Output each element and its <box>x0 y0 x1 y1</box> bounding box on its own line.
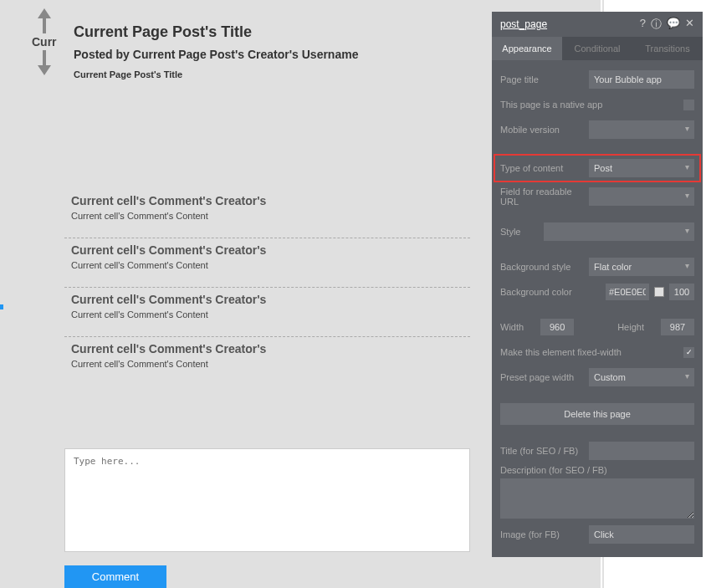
seo-title-input[interactable] <box>589 442 694 460</box>
help-icon[interactable]: ? <box>640 17 646 32</box>
post-small-title[interactable]: Current Page Post's Title <box>74 69 358 79</box>
style-select[interactable] <box>544 222 694 241</box>
native-app-checkbox[interactable] <box>683 100 694 110</box>
bg-style-select[interactable] <box>589 258 694 276</box>
type-content-select[interactable] <box>589 159 694 177</box>
height-input[interactable] <box>661 319 694 335</box>
color-swatch[interactable] <box>654 287 664 297</box>
bg-color-input[interactable] <box>606 284 649 300</box>
tab-conditional[interactable]: Conditional <box>562 37 632 60</box>
bg-style-label: Background style <box>500 262 589 272</box>
comment-content: Current cell's Comment's Content <box>71 260 463 270</box>
mobile-version-select[interactable] <box>589 120 694 139</box>
inspector-panel[interactable]: post_page ? ⓘ 💬 ✕ Appearance Conditional… <box>492 12 703 557</box>
downvote-icon[interactable] <box>38 65 51 75</box>
fixed-width-checkbox[interactable]: ✓ <box>683 347 694 358</box>
comment-content: Current cell's Comment's Content <box>71 211 463 221</box>
width-label: Width <box>500 322 524 332</box>
inspector-header[interactable]: post_page ? ⓘ 💬 ✕ <box>492 12 703 37</box>
list-item[interactable]: Current cell's Comment's Creator's Curre… <box>64 189 470 238</box>
vote-widget: Curr <box>32 8 57 75</box>
style-label: Style <box>500 227 544 237</box>
tab-transitions[interactable]: Transitions <box>632 37 703 60</box>
vote-score: Curr <box>32 35 57 49</box>
comment-creator: Current cell's Comment's Creator's <box>71 194 463 207</box>
native-app-label: This page is a native app <box>500 100 683 110</box>
selection-handle[interactable] <box>0 304 3 309</box>
seo-image-input[interactable] <box>589 525 694 544</box>
comment-content: Current cell's Comment's Content <box>71 359 463 369</box>
page-title-input[interactable] <box>589 70 694 89</box>
comment-icon[interactable]: 💬 <box>667 17 680 32</box>
tab-appearance[interactable]: Appearance <box>492 37 562 60</box>
inspector-body: Page title This page is a native app Mob… <box>492 60 703 557</box>
seo-desc-label: Description (for SEO / FB) <box>500 465 607 475</box>
arrow-stem <box>43 50 46 65</box>
arrow-stem <box>43 18 46 33</box>
comment-creator: Current cell's Comment's Creator's <box>71 243 463 257</box>
fixed-width-label: Make this element fixed-width <box>500 347 683 357</box>
upvote-icon[interactable] <box>38 8 51 18</box>
post-title[interactable]: Current Page Post's Title <box>74 23 358 41</box>
comments-list: Current cell's Comment's Creator's Curre… <box>64 189 470 386</box>
close-icon[interactable]: ✕ <box>685 17 694 32</box>
comment-creator: Current cell's Comment's Creator's <box>71 293 463 306</box>
inspector-tabs: Appearance Conditional Transitions <box>492 37 703 60</box>
bg-opacity-input[interactable] <box>669 284 694 300</box>
bg-color-label: Background color <box>500 287 606 297</box>
height-label: Height <box>617 322 644 332</box>
comment-button[interactable]: Comment <box>64 565 166 588</box>
list-item[interactable]: Current cell's Comment's Creator's Curre… <box>64 337 470 386</box>
type-content-label: Type of content <box>500 163 589 173</box>
readable-url-label: Field for readable URL <box>500 187 589 207</box>
width-input[interactable] <box>540 319 574 335</box>
seo-title-label: Title (for SEO / FB) <box>500 446 589 456</box>
preset-width-select[interactable] <box>589 368 694 386</box>
page-title-label: Page title <box>500 74 589 84</box>
seo-desc-input[interactable] <box>500 478 694 519</box>
type-of-content-row: Type of content <box>494 154 701 182</box>
post-subtitle[interactable]: Posted by Current Page Post's Creator's … <box>74 48 358 61</box>
list-item[interactable]: Current cell's Comment's Creator's Curre… <box>64 288 470 337</box>
comment-creator: Current cell's Comment's Creator's <box>71 342 463 355</box>
comment-content: Current cell's Comment's Content <box>71 309 463 320</box>
readable-url-select[interactable] <box>589 187 694 206</box>
comment-input[interactable] <box>64 448 470 552</box>
post-header: Current Page Post's Title Posted by Curr… <box>74 23 358 79</box>
list-item[interactable]: Current cell's Comment's Creator's Curre… <box>64 238 470 288</box>
delete-page-button[interactable]: Delete this page <box>500 403 694 425</box>
mobile-version-label: Mobile version <box>500 125 589 135</box>
info-icon[interactable]: ⓘ <box>651 17 662 32</box>
seo-image-label: Image (for FB) <box>500 529 589 539</box>
element-name[interactable]: post_page <box>500 18 547 30</box>
preset-width-label: Preset page width <box>500 372 589 382</box>
